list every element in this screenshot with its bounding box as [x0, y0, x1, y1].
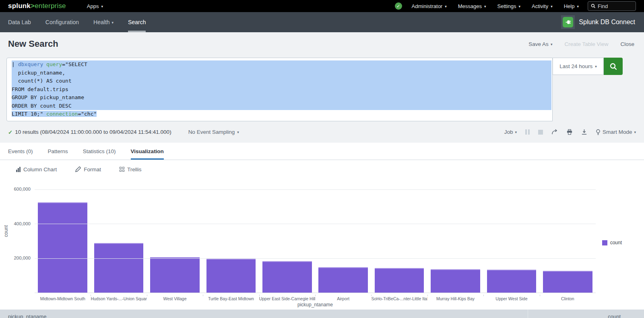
- search-mode-dropdown[interactable]: Smart Mode▾: [596, 129, 636, 135]
- print-button[interactable]: [566, 129, 573, 135]
- find-input[interactable]: [598, 3, 630, 9]
- share-button[interactable]: [551, 129, 558, 135]
- y-tick-label: 200,000: [0, 256, 31, 260]
- bar[interactable]: [262, 261, 312, 293]
- column-header-pickup-ntaname[interactable]: pickup_ntaname: [0, 310, 528, 318]
- spl-text: ="chc": [78, 111, 97, 117]
- nav-item-configuration[interactable]: Configuration: [38, 12, 86, 32]
- bar[interactable]: [318, 267, 368, 293]
- event-sampling-dropdown[interactable]: No Event Sampling▾: [188, 129, 239, 135]
- pause-icon: [525, 129, 530, 135]
- apps-menu[interactable]: Apps▾: [81, 0, 109, 12]
- nav-item-search[interactable]: Search: [121, 12, 153, 32]
- bar-slot: [259, 189, 315, 293]
- column-header-count[interactable]: count: [528, 310, 644, 318]
- logo-enterprise: enterprise: [35, 2, 66, 10]
- category-label: Hudson Yards-...-Union Square: [91, 295, 147, 301]
- bar[interactable]: [375, 268, 424, 293]
- bar-slot: [427, 189, 483, 293]
- pencil-icon: [75, 166, 81, 172]
- chevron-down-icon: ▾: [551, 5, 553, 8]
- query-line: LIMIT 10;" connection="chc": [12, 110, 552, 118]
- lightbulb-icon: [596, 129, 601, 135]
- messages-menu[interactable]: Messages▾: [452, 0, 492, 12]
- category-labels: Midtown-Midtown SouthHudson Yards-...-Un…: [35, 295, 596, 301]
- category-label: Upper East Side-Carnegie Hill: [259, 295, 315, 301]
- nav-item-health[interactable]: Health▾: [86, 12, 121, 32]
- category-label: Clinton: [540, 295, 596, 301]
- job-menu[interactable]: Job▾: [504, 129, 517, 135]
- stop-icon: [538, 130, 543, 135]
- tab-patterns[interactable]: Patterns: [48, 143, 68, 160]
- time-range-picker[interactable]: Last 24 hours▾: [553, 58, 604, 75]
- find-search-box[interactable]: [588, 1, 636, 11]
- time-range-label: Last 24 hours: [559, 63, 592, 69]
- trellis-label: Trellis: [127, 166, 142, 173]
- query-line: | dbxquery query="SELECT: [12, 60, 551, 69]
- legend-swatch: [602, 240, 607, 245]
- nav-item-data-lab[interactable]: Data Lab: [0, 12, 38, 32]
- bars: [35, 189, 596, 293]
- bar-slot: [371, 189, 427, 293]
- bar-slot: [540, 189, 596, 293]
- app-title: Splunk DB Connect: [579, 19, 635, 26]
- bar[interactable]: [431, 269, 480, 293]
- bar-slot: [315, 189, 371, 293]
- close-button[interactable]: Close: [620, 41, 634, 47]
- bar[interactable]: [543, 271, 592, 293]
- settings-menu[interactable]: Settings▾: [492, 0, 526, 12]
- legend-item-count[interactable]: count: [602, 240, 622, 245]
- export-button[interactable]: [581, 129, 587, 135]
- bar-slot: [203, 189, 259, 293]
- search-icon: [609, 62, 617, 71]
- chevron-down-icon: ▾: [101, 5, 103, 8]
- health-check-icon[interactable]: ✓: [395, 2, 402, 10]
- run-search-button[interactable]: [604, 58, 623, 75]
- stop-button[interactable]: [538, 130, 543, 135]
- splunk-logo[interactable]: splunk>enterprise: [8, 2, 66, 10]
- create-table-view-button: Create Table View: [564, 41, 608, 47]
- help-menu[interactable]: Help▾: [558, 0, 584, 12]
- spl-command: dbxquery: [18, 61, 43, 67]
- chevron-down-icon: ▾: [515, 131, 517, 134]
- tab-visualization[interactable]: Visualization: [131, 143, 164, 160]
- job-controls: Job▾ Smart Mode▾: [504, 129, 636, 135]
- statistics-table-header: pickup_ntaname count: [0, 310, 644, 318]
- create-table-view-label: Create Table View: [564, 41, 608, 47]
- category-label: Turtle Bay-East Midtown: [203, 295, 259, 301]
- chevron-down-icon: ▾: [577, 5, 579, 8]
- chart-type-picker[interactable]: Column Chart: [16, 166, 57, 173]
- y-tick-label: 600,000: [0, 187, 31, 191]
- tab-events[interactable]: Events (0): [8, 143, 33, 160]
- administrator-menu[interactable]: Administrator▾: [406, 0, 452, 12]
- settings-label: Settings: [497, 3, 516, 9]
- tab-statistics[interactable]: Statistics (10): [83, 143, 116, 160]
- app-identity[interactable]: Splunk DB Connect: [561, 12, 644, 32]
- visualization-toolbar: Column Chart Format Trellis: [0, 160, 644, 179]
- result-tabs: Events (0) Patterns Statistics (10) Visu…: [0, 143, 644, 160]
- spl-text: FROM default.trips: [12, 86, 68, 92]
- category-label: Midtown-Midtown South: [35, 295, 91, 301]
- pause-button[interactable]: [525, 129, 530, 135]
- trellis-button[interactable]: Trellis: [120, 166, 142, 173]
- format-button[interactable]: Format: [75, 166, 101, 173]
- query-line: pickup_ntaname,: [12, 69, 551, 77]
- results-bar: ✓ 10 results (08/04/2024 11:00:00.000 to…: [0, 121, 644, 143]
- logo-splunk: splunk: [8, 2, 31, 10]
- activity-menu[interactable]: Activity▾: [526, 0, 558, 12]
- save-as-button[interactable]: Save As▾: [528, 41, 552, 47]
- bar[interactable]: [150, 257, 200, 293]
- bar[interactable]: [487, 270, 537, 293]
- search-input[interactable]: | dbxquery query="SELECT pickup_ntaname,…: [6, 58, 553, 121]
- messages-label: Messages: [458, 3, 482, 9]
- query-line: ORDER BY count DESC: [12, 102, 551, 110]
- close-label: Close: [620, 41, 634, 47]
- spl-param: query: [46, 61, 62, 67]
- search-bar-row: | dbxquery query="SELECT pickup_ntaname,…: [6, 58, 623, 121]
- bar[interactable]: [206, 259, 256, 293]
- bar[interactable]: [38, 202, 87, 293]
- category-label: Airport: [315, 295, 371, 301]
- share-icon: [551, 129, 558, 135]
- bar[interactable]: [94, 243, 144, 293]
- chevron-down-icon: ▾: [518, 5, 520, 8]
